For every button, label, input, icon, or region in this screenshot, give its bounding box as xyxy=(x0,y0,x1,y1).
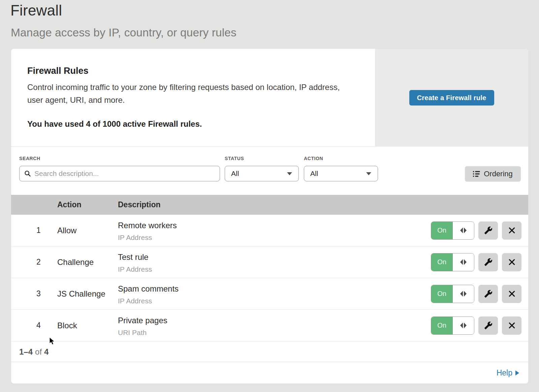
row-controls: On xyxy=(431,215,521,246)
rules-table-body: 1 Allow Remote workers IP Address On xyxy=(11,215,528,341)
resize-handles-icon[interactable] xyxy=(453,317,474,334)
rule-description: Private pages xyxy=(118,316,167,325)
usage-note: You have used 4 of 1000 active Firewall … xyxy=(27,119,202,129)
status-select[interactable]: All xyxy=(225,166,299,181)
pagination: 1–4 of 4 xyxy=(11,342,528,362)
rule-match-type: IP Address xyxy=(118,265,152,274)
section-heading: Firewall Rules xyxy=(27,66,89,76)
close-icon xyxy=(508,259,515,266)
triangle-left-icon xyxy=(460,259,463,265)
wrench-icon xyxy=(484,321,493,330)
pagination-total: 4 xyxy=(44,347,49,357)
row-controls: On xyxy=(431,278,521,309)
rule-match-type: IP Address xyxy=(118,297,179,305)
filters-bar: SEARCH STATUS ACTION All All xyxy=(11,147,528,195)
rule-action: JS Challenge xyxy=(57,278,105,309)
triangle-left-icon xyxy=(460,228,463,233)
wrench-icon xyxy=(484,258,493,266)
ordering-button[interactable]: Ordering xyxy=(465,166,521,182)
pagination-of: of xyxy=(35,347,42,357)
close-icon xyxy=(508,322,515,329)
action-label: ACTION xyxy=(304,156,323,161)
toggle-on-label[interactable]: On xyxy=(431,285,453,303)
chevron-down-icon xyxy=(366,172,372,176)
resize-handles-icon[interactable] xyxy=(453,253,474,271)
resize-handles-icon[interactable] xyxy=(453,285,474,303)
triangle-right-icon xyxy=(464,228,467,233)
create-rule-panel: Create a Firewall rule xyxy=(375,49,528,147)
table-row: 1 Allow Remote workers IP Address On xyxy=(11,215,528,246)
ordering-label: Ordering xyxy=(484,170,513,178)
help-label: Help xyxy=(497,368,512,378)
table-row: 4 Block Private pages URI Path On xyxy=(11,310,528,341)
rule-description: Test rule xyxy=(118,252,152,262)
triangle-right-icon xyxy=(464,259,467,265)
table-row: 3 JS Challenge Spam comments IP Address … xyxy=(11,278,528,310)
wrench-icon xyxy=(484,290,493,298)
wrench-icon xyxy=(484,226,493,235)
help-link[interactable]: Help xyxy=(497,368,519,378)
delete-rule-button[interactable] xyxy=(502,253,521,271)
rule-match-type: IP Address xyxy=(118,233,177,242)
edit-rule-button[interactable] xyxy=(478,221,498,240)
row-controls: On xyxy=(431,246,521,278)
column-header-description: Description xyxy=(118,200,161,209)
rule-description-cell: Remote workers IP Address xyxy=(118,215,177,246)
section-description: Control incoming traffic to your zone by… xyxy=(27,81,348,107)
toggle-on-label[interactable]: On xyxy=(431,317,453,334)
search-label: SEARCH xyxy=(19,156,40,161)
mouse-cursor xyxy=(49,337,56,346)
delete-rule-button[interactable] xyxy=(502,285,521,303)
rule-description-cell: Spam comments IP Address xyxy=(118,278,179,309)
search-icon xyxy=(24,170,31,177)
search-input[interactable] xyxy=(34,170,215,178)
rule-action: Challenge xyxy=(57,246,94,278)
rule-description-cell: Private pages URI Path xyxy=(118,310,167,341)
table-header: Action Description xyxy=(11,195,528,215)
rule-enabled-toggle[interactable]: On xyxy=(431,316,474,335)
triangle-left-icon xyxy=(460,291,463,297)
help-bar: Help xyxy=(11,362,528,384)
toggle-on-label[interactable]: On xyxy=(431,222,453,239)
edit-rule-button[interactable] xyxy=(478,285,498,303)
triangle-right-icon xyxy=(515,370,519,375)
edit-rule-button[interactable] xyxy=(478,316,498,335)
rule-action: Block xyxy=(57,310,77,341)
overview-section: Firewall Rules Control incoming traffic … xyxy=(11,49,528,147)
search-field[interactable] xyxy=(19,166,220,181)
pagination-range: 1–4 xyxy=(19,347,33,357)
rule-description: Spam comments xyxy=(118,284,179,294)
column-header-action: Action xyxy=(57,200,82,209)
list-icon xyxy=(473,171,480,177)
status-value: All xyxy=(231,170,239,178)
rule-enabled-toggle[interactable]: On xyxy=(431,285,474,303)
rule-description: Remote workers xyxy=(118,221,177,230)
rule-enabled-toggle[interactable]: On xyxy=(431,221,474,240)
page-title: Firewall xyxy=(10,2,62,19)
rule-match-type: URI Path xyxy=(118,328,167,337)
rule-action: Allow xyxy=(57,215,76,246)
delete-rule-button[interactable] xyxy=(502,316,521,335)
page-subtitle: Manage access by IP, country, or query r… xyxy=(11,26,236,39)
close-icon xyxy=(508,227,515,234)
close-icon xyxy=(508,290,515,297)
action-select[interactable]: All xyxy=(304,166,378,181)
row-controls: On xyxy=(431,310,521,341)
triangle-right-icon xyxy=(464,291,467,297)
toggle-on-label[interactable]: On xyxy=(431,253,453,271)
status-label: STATUS xyxy=(225,156,244,161)
triangle-left-icon xyxy=(460,323,463,328)
table-row: 2 Challenge Test rule IP Address On xyxy=(11,246,528,278)
chevron-down-icon xyxy=(287,172,292,176)
create-firewall-rule-button[interactable]: Create a Firewall rule xyxy=(409,90,494,105)
delete-rule-button[interactable] xyxy=(502,221,521,240)
edit-rule-button[interactable] xyxy=(478,253,498,271)
triangle-right-icon xyxy=(464,323,467,328)
action-value: All xyxy=(310,170,318,178)
firewall-rules-card: Firewall Rules Control incoming traffic … xyxy=(11,49,528,384)
resize-handles-icon[interactable] xyxy=(453,222,474,239)
rule-description-cell: Test rule IP Address xyxy=(118,246,152,278)
rule-enabled-toggle[interactable]: On xyxy=(431,253,474,271)
